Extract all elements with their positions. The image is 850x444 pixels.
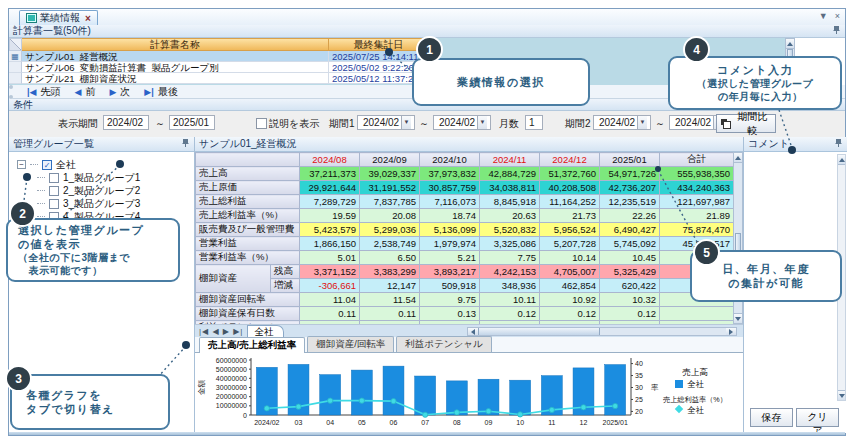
show-description-checkbox[interactable]	[256, 118, 267, 129]
save-button[interactable]: 保存	[750, 408, 793, 427]
scroll-up-icon[interactable]	[734, 153, 742, 163]
grid-cell[interactable]: 42,884,729	[480, 167, 540, 181]
scroll-down-icon[interactable]	[838, 390, 845, 400]
tree-node-group[interactable]: 1_製品グループ1	[37, 171, 194, 184]
period1-from-select[interactable]: 2024/02▼	[357, 115, 415, 130]
grid-cell[interactable]: 37,973,832	[420, 167, 480, 181]
grid-cell[interactable]: 37,211,373	[300, 167, 360, 181]
period1-to-select[interactable]: 2024/02▼	[433, 115, 491, 130]
grid-cell[interactable]: 3,383,299	[360, 265, 420, 279]
grid-cell[interactable]: 5,956,524	[540, 223, 600, 237]
grid-cell[interactable]: 5,325,429	[600, 265, 660, 279]
grid-cell[interactable]: 10.45	[600, 251, 660, 265]
grid-column-header[interactable]: 合計	[660, 153, 734, 167]
grid-cell[interactable]: 5,136,099	[420, 223, 480, 237]
grid-cell[interactable]: 5,520,832	[480, 223, 540, 237]
chevron-down-icon[interactable]: ▼	[401, 116, 411, 129]
grid-cell[interactable]: 21.89	[660, 209, 734, 223]
sheet-nav-buttons[interactable]: |◀ ◀ ▶ ▶|	[195, 327, 247, 336]
grid-cell[interactable]: 3,325,086	[480, 237, 540, 251]
scroll-down-icon[interactable]	[734, 313, 742, 323]
grid-cell[interactable]: 555,938,350	[660, 167, 734, 181]
grid-cell[interactable]: 3,371,152	[300, 265, 360, 279]
grid-cell[interactable]: 9.75	[420, 293, 480, 307]
grid-cell[interactable]: 0.12	[480, 307, 540, 321]
grid-cell[interactable]: 12,147	[360, 279, 420, 293]
grid-cell[interactable]: 20.63	[480, 209, 540, 223]
grid-column-header[interactable]: 2024/09	[360, 153, 420, 167]
sheet-tab-company[interactable]: 全社	[247, 325, 284, 338]
grid-cell[interactable]: 39,029,337	[360, 167, 420, 181]
grid-column-header[interactable]: 2024/12	[540, 153, 600, 167]
grid-cell[interactable]: 11.54	[360, 293, 420, 307]
grid-cell[interactable]: 8,845,918	[480, 195, 540, 209]
grid-cell[interactable]: 0.12	[600, 307, 660, 321]
grid-cell[interactable]: -306,661	[300, 279, 360, 293]
grid-cell[interactable]: 11.04	[300, 293, 360, 307]
nav-next-button[interactable]: ▶次	[109, 85, 130, 99]
scroll-left-icon[interactable]	[468, 328, 478, 335]
grid-cell[interactable]: 40,208,508	[540, 181, 600, 195]
grid-cell[interactable]: 5.21	[420, 251, 480, 265]
grid-cell[interactable]: 22.26	[600, 209, 660, 223]
grid-cell[interactable]: 0.11	[360, 307, 420, 321]
scroll-thumb[interactable]	[478, 328, 600, 335]
period2-from-select[interactable]: 2024/02▼	[593, 115, 651, 130]
grid-cell[interactable]: 5,745,092	[600, 237, 660, 251]
grid-cell[interactable]: 121,697,987	[660, 195, 734, 209]
grid-cell[interactable]: 7,289,729	[300, 195, 360, 209]
chevron-down-icon[interactable]: ▼	[477, 116, 487, 129]
grid-cell[interactable]: 7,116,073	[420, 195, 480, 209]
nav-prev-button[interactable]: ◀前	[74, 85, 95, 99]
column-last-aggregated[interactable]: 最終集計日	[329, 38, 429, 51]
grid-cell[interactable]: 5,207,728	[540, 237, 600, 251]
grid-cell[interactable]: 0.11	[300, 307, 360, 321]
grid-cell[interactable]: 34,038,811	[480, 181, 540, 195]
grid-cell[interactable]: 12,235,519	[600, 195, 660, 209]
grid-cell[interactable]: 54,971,726	[600, 167, 660, 181]
grid-cell[interactable]: 6,490,427	[600, 223, 660, 237]
nav-first-button[interactable]: |◀先頭	[27, 85, 60, 99]
chart-tab-2[interactable]: 棚卸資産/回転率	[307, 336, 394, 352]
nav-last-button[interactable]: ▶|最後	[144, 85, 177, 99]
grid-column-header[interactable]: 2024/11	[480, 153, 540, 167]
period1-months-input[interactable]: 1	[525, 115, 543, 130]
grid-column-header[interactable]: 2025/01	[600, 153, 660, 167]
scroll-right-icon[interactable]	[726, 328, 736, 335]
grid-horizontal-scrollbar[interactable]	[467, 327, 737, 336]
grid-cell[interactable]: 29,921,644	[300, 181, 360, 195]
collapse-pin-icon[interactable]	[832, 25, 841, 37]
grid-cell[interactable]: 18.74	[420, 209, 480, 223]
grid-cell[interactable]: 5.01	[300, 251, 360, 265]
grid-cell[interactable]: 5,423,579	[300, 223, 360, 237]
grid-cell[interactable]: 1,979,974	[420, 237, 480, 251]
grid-cell[interactable]: 42,736,207	[600, 181, 660, 195]
grid-cell[interactable]: 30,857,759	[420, 181, 480, 195]
chevron-down-icon[interactable]: ▼	[637, 116, 647, 129]
pin-icon[interactable]	[181, 138, 190, 150]
grid-cell[interactable]: 0.13	[420, 307, 480, 321]
group-checkbox[interactable]	[49, 186, 59, 196]
grid-cell[interactable]: 7,837,785	[360, 195, 420, 209]
grid-cell[interactable]: 10.14	[540, 251, 600, 265]
group-checkbox[interactable]	[49, 173, 59, 183]
grid-cell[interactable]: 10.92	[540, 293, 600, 307]
tabstrip-menu-icon[interactable]: ▼	[819, 11, 828, 21]
grid-cell[interactable]: 434,240,363	[660, 181, 734, 195]
grid-cell[interactable]: 4,705,007	[540, 265, 600, 279]
grid-cell[interactable]: 51,372,760	[540, 167, 600, 181]
scroll-up-icon[interactable]	[786, 39, 794, 49]
grid-cell[interactable]	[660, 307, 734, 321]
period-compare-button[interactable]: 期間比較	[716, 114, 776, 133]
display-period-to-input[interactable]: 2025/01	[169, 115, 215, 130]
tree-node-company[interactable]: − ✓ 全社	[17, 158, 194, 171]
chart-tab-1[interactable]: 売上高/売上総利益率	[199, 337, 305, 353]
tab-close-icon[interactable]: ×	[85, 13, 91, 24]
grid-cell[interactable]: 6.50	[360, 251, 420, 265]
tabstrip-close-icon[interactable]: ×	[835, 11, 840, 21]
tree-node-group[interactable]: 2_製品グループ2	[37, 184, 194, 197]
grid-cell[interactable]: 4,242,153	[480, 265, 540, 279]
grid-cell[interactable]: 20.08	[360, 209, 420, 223]
grid-column-header[interactable]: 2024/08	[300, 153, 360, 167]
grid-cell[interactable]: 462,854	[540, 279, 600, 293]
